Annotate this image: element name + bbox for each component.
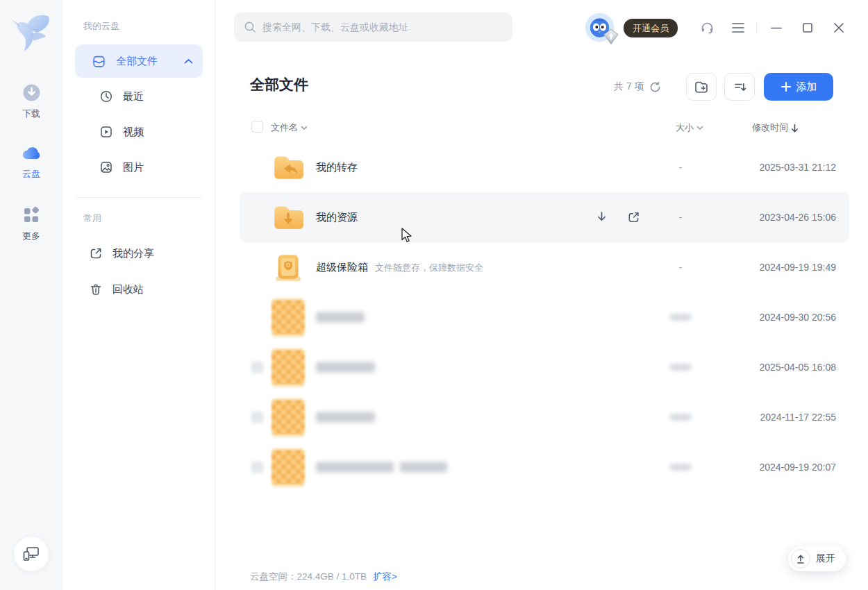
file-name-blurred <box>316 462 447 473</box>
row-hover-actions <box>595 211 640 224</box>
file-name-blurred <box>316 412 375 423</box>
all-files-icon <box>92 54 106 69</box>
expand-storage-link[interactable]: 扩容> <box>373 571 397 583</box>
sidebar-item-recent[interactable]: 最近 <box>99 88 144 105</box>
sort-order-button[interactable] <box>724 73 755 101</box>
item-count-group: 共 7 项 <box>614 81 661 93</box>
folder-icon-blurred <box>271 299 306 335</box>
table-row[interactable]: 2025-04-05 16:08 <box>240 342 849 392</box>
row-checkbox-blurred[interactable] <box>251 362 263 373</box>
sidebar-item-videos[interactable]: 视频 <box>99 124 144 140</box>
sidebar-divider <box>75 197 203 198</box>
rail-item-download[interactable]: 下载 <box>0 83 62 120</box>
file-size: - <box>667 162 694 173</box>
user-avatar[interactable] <box>585 13 614 42</box>
folder-icon-blurred <box>271 349 306 385</box>
file-mtime: 2024-09-19 19:49 <box>759 262 836 273</box>
search-input[interactable] <box>262 22 492 33</box>
file-mtime: 2024-09-19 20:07 <box>759 462 836 473</box>
expand-button-label: 展开 <box>816 553 835 565</box>
expand-transfer-panel-button[interactable]: 展开 <box>788 546 846 571</box>
folder-icon-blurred <box>271 399 306 435</box>
chevron-up-icon[interactable] <box>184 58 193 65</box>
sidebar-item-label: 视频 <box>123 126 144 139</box>
app-window: 下载 云盘 更多 <box>0 0 868 590</box>
devices-button[interactable] <box>13 536 49 572</box>
sidebar-item-label: 我的分享 <box>112 247 154 260</box>
sidebar-item-my-shares[interactable]: 我的分享 <box>89 245 154 262</box>
file-name-blurred <box>316 312 365 323</box>
chevron-down-icon <box>696 126 703 130</box>
trash-icon <box>89 283 103 296</box>
file-mtime: 2024-09-30 20:56 <box>759 312 836 323</box>
add-button-label: 添加 <box>796 81 817 94</box>
rail-label-cloud: 云盘 <box>0 168 62 180</box>
safe-icon <box>271 249 306 285</box>
sort-desc-arrow-icon <box>791 124 799 133</box>
grid-more-icon <box>22 206 40 224</box>
topbar-separator <box>756 22 757 34</box>
file-name: 超级保险箱文件随意存，保障数据安全 <box>316 261 483 274</box>
maximize-icon[interactable] <box>800 20 815 35</box>
table-row[interactable]: 2024-09-30 20:56 <box>240 292 849 342</box>
headset-support-button[interactable] <box>699 20 715 35</box>
table-row[interactable]: 2024-09-19 20:07 <box>240 442 849 492</box>
file-mtime: 2025-04-05 16:08 <box>759 362 836 373</box>
sidebar-section-my-drive: 我的云盘 <box>83 20 119 33</box>
file-name: 我的转存 <box>316 161 358 174</box>
row-checkbox-blurred[interactable] <box>251 412 263 423</box>
open-vip-button[interactable]: 开通会员 <box>624 19 678 37</box>
table-row[interactable]: 我的转存-2025-03-31 21:12 <box>240 142 849 192</box>
sidebar-item-label: 回收站 <box>112 283 144 296</box>
file-mtime: 2023-04-26 15:06 <box>759 212 836 223</box>
folder-icon-blurred <box>271 449 306 485</box>
table-row[interactable]: 我的资源-2023-04-26 15:06 <box>240 192 849 242</box>
select-all-checkbox[interactable] <box>251 121 263 133</box>
file-list: 我的转存-2025-03-31 21:12 我的资源-2023-04-26 15… <box>240 142 849 492</box>
share-icon <box>89 246 103 260</box>
file-size: - <box>667 212 694 223</box>
table-row[interactable]: 超级保险箱文件随意存，保障数据安全-2024-09-19 19:49 <box>240 242 849 292</box>
file-mtime: 2024-11-17 22:55 <box>760 412 837 423</box>
file-mtime: 2025-03-31 21:12 <box>759 162 836 173</box>
file-size-blurred <box>667 464 694 471</box>
download-icon[interactable] <box>595 211 608 224</box>
sidebar-item-recycle-bin[interactable]: 回收站 <box>89 281 144 298</box>
table-row[interactable]: 2024-11-17 22:55 <box>240 392 849 442</box>
rail-item-cloud-drive[interactable]: 云盘 <box>0 144 62 180</box>
main-panel: 开通会员 全部文件 共 7 项 <box>215 0 868 590</box>
column-header-name[interactable]: 文件名 <box>271 121 308 134</box>
rail-label-download: 下载 <box>0 108 62 120</box>
add-button[interactable]: 添加 <box>764 73 833 101</box>
refresh-icon[interactable] <box>649 81 661 93</box>
row-checkbox-blurred[interactable] <box>251 462 263 473</box>
left-rail: 下载 云盘 更多 <box>0 0 62 590</box>
column-header-size[interactable]: 大小 <box>676 121 703 134</box>
video-icon <box>99 125 113 139</box>
storage-usage-text: 云盘空间：224.4GB / 1.0TB <box>250 571 367 583</box>
column-header-mtime[interactable]: 修改时间 <box>752 121 799 134</box>
member-diamond-badge <box>603 28 619 45</box>
file-size-blurred <box>667 364 694 371</box>
page-title: 全部文件 <box>250 75 308 94</box>
new-folder-button[interactable] <box>686 73 717 101</box>
sidebar-item-images[interactable]: 图片 <box>99 159 144 176</box>
search-bar[interactable] <box>234 12 512 42</box>
rail-item-more[interactable]: 更多 <box>0 206 62 242</box>
file-description: 文件随意存，保障数据安全 <box>375 261 483 273</box>
sidebar-item-all-files[interactable]: 全部文件 <box>75 44 203 78</box>
rail-label-more: 更多 <box>0 230 62 242</box>
image-icon <box>99 160 113 174</box>
minimize-icon[interactable] <box>769 20 784 35</box>
search-icon <box>244 21 256 33</box>
close-icon[interactable] <box>831 20 846 35</box>
cloud-icon <box>21 144 42 162</box>
storage-info: 云盘空间：224.4GB / 1.0TB 扩容> <box>250 571 397 583</box>
share-icon[interactable] <box>627 211 640 224</box>
upload-arrow-icon <box>791 549 810 568</box>
download-circle-icon <box>22 83 41 102</box>
sidebar-item-label: 全部文件 <box>116 55 184 68</box>
file-size-blurred <box>667 414 694 421</box>
file-size: - <box>667 262 694 273</box>
hamburger-menu-icon[interactable] <box>731 20 746 35</box>
